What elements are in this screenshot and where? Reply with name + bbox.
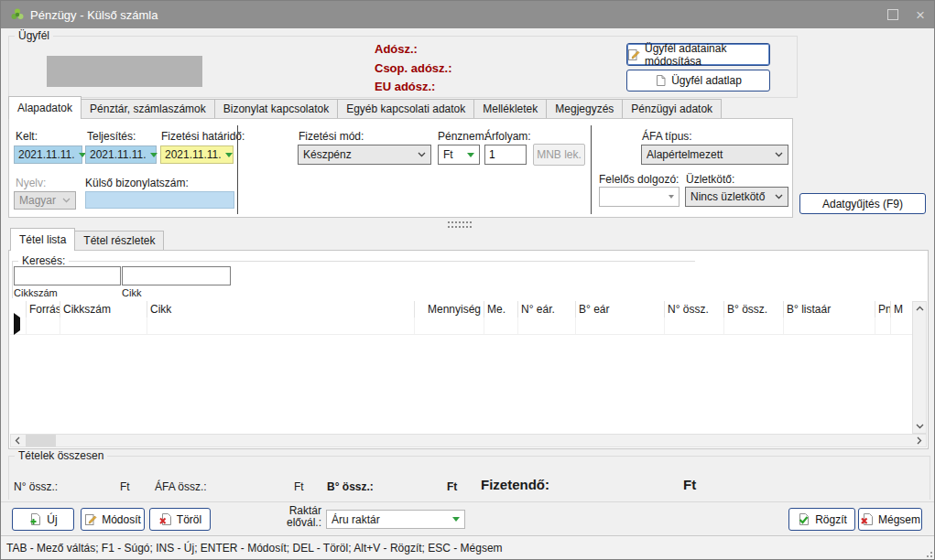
maximize-button[interactable] bbox=[879, 1, 907, 28]
tab-mellekletek[interactable]: Mellékletek bbox=[473, 99, 547, 119]
dropdown-arrow-icon bbox=[225, 153, 233, 157]
chevron-down-icon bbox=[775, 152, 783, 157]
search-group-label: Keresés: bbox=[18, 254, 69, 267]
cancel-document-icon bbox=[860, 512, 874, 526]
chevron-down-icon bbox=[62, 198, 71, 203]
arfolyam-input[interactable] bbox=[484, 145, 527, 165]
nyelv-select: Magyar bbox=[14, 191, 76, 210]
check-document-icon bbox=[797, 512, 810, 526]
app-window: Pénzügy - Külső számla × Ügyfél Adósz.: … bbox=[0, 0, 935, 560]
felelos-dolgozo-field[interactable] bbox=[599, 187, 680, 207]
raktar-eloval-select[interactable]: Áru raktár bbox=[326, 510, 465, 529]
table-row[interactable] bbox=[10, 318, 912, 335]
fizetendo-label: Fizetendő: bbox=[481, 477, 549, 492]
col-header-forras[interactable]: Forrás bbox=[27, 301, 60, 318]
titlebar[interactable]: Pénzügy - Külső számla × bbox=[1, 1, 934, 28]
kulso-bizonylatszam-input[interactable] bbox=[85, 191, 234, 209]
new-item-button[interactable]: Új bbox=[12, 508, 74, 531]
netto-total-currency: Ft bbox=[120, 480, 130, 493]
tab-tetel-reszletek[interactable]: Tétel részletek bbox=[74, 231, 164, 251]
afa-tipus-select[interactable]: Alapértelmezett bbox=[641, 145, 788, 165]
tab-tetel-lista[interactable]: Tétel lista bbox=[10, 228, 75, 251]
save-button[interactable]: Rögzít bbox=[788, 508, 855, 531]
felelos-dolgozo-label: Felelős dolgozó: bbox=[599, 173, 679, 186]
col-header-pn[interactable]: Pn. bbox=[875, 301, 891, 318]
search-cikk-input[interactable] bbox=[122, 266, 231, 285]
customer-edit-button[interactable]: Ügyfél adatainak módosítása bbox=[626, 43, 770, 66]
fizetesi-mod-select[interactable]: Készpénz bbox=[298, 145, 431, 165]
window-title: Pénzügy - Külső számla bbox=[30, 8, 158, 22]
statusbar: TAB - Mező váltás; F1 - Súgó; INS - Új; … bbox=[1, 535, 934, 559]
fizetesi-hatarido-label: Fizetési határidő: bbox=[161, 130, 245, 143]
tab-penzugyi-adatok[interactable]: Pénzügyi adatok bbox=[622, 99, 722, 119]
splitter-handle[interactable] bbox=[448, 221, 472, 230]
teljesites-datepicker[interactable]: 2021.11.11. bbox=[85, 145, 157, 164]
fizetendo-currency: Ft bbox=[683, 477, 696, 492]
fizetesi-mod-label: Fizetési mód: bbox=[299, 130, 364, 143]
col-header-netto-osszeg[interactable]: N° össz. bbox=[665, 301, 724, 318]
tab-bizonylat-kapcsolatok[interactable]: Bizonylat kapcsolatok bbox=[214, 99, 338, 119]
mnb-lekeres-button: MNB lek. bbox=[533, 144, 585, 166]
app-icon bbox=[10, 7, 25, 22]
tab-penztar-szamlaszamok[interactable]: Pénztár, számlaszámok bbox=[81, 99, 215, 119]
col-header-netto-egysegar[interactable]: N° eár. bbox=[518, 301, 576, 318]
kelt-label: Kelt: bbox=[16, 130, 38, 143]
col-header-brutto-osszeg[interactable]: B° össz. bbox=[724, 301, 784, 318]
afa-total-currency: Ft bbox=[294, 480, 304, 493]
tab-egyeb-kapcsolati-adatok[interactable]: Egyéb kapcsolati adatok bbox=[337, 99, 474, 119]
netto-total-label: N° össz.: bbox=[14, 480, 58, 493]
dropdown-arrow-icon bbox=[669, 195, 674, 199]
tax-number-label: Adósz.: bbox=[375, 42, 418, 56]
edit-pencil-icon bbox=[84, 513, 97, 526]
chevron-down-icon bbox=[775, 194, 783, 199]
col-header-me[interactable]: Me. bbox=[484, 301, 518, 318]
close-button[interactable]: × bbox=[907, 1, 934, 28]
customer-edit-label: Ügyfél adatainak módosítása bbox=[645, 42, 769, 68]
uzletkoto-select[interactable]: Nincs üzletkötő bbox=[685, 187, 788, 207]
search-cikkszam-input[interactable] bbox=[14, 266, 121, 285]
col-header-brutto-egysegar[interactable]: B° eár bbox=[576, 301, 665, 318]
scroll-right-icon[interactable] bbox=[912, 434, 927, 447]
item-tabstrip: Tétel lista Tétel részletek bbox=[10, 232, 163, 251]
col-header-cikk[interactable]: Cikk bbox=[147, 301, 415, 318]
modify-item-button[interactable]: Módosít bbox=[81, 508, 145, 531]
document-icon bbox=[655, 74, 667, 87]
brutto-total-currency: Ft bbox=[447, 480, 457, 493]
horizontal-scrollbar[interactable] bbox=[10, 434, 927, 447]
customer-datasheet-button[interactable]: Ügyfél adatlap bbox=[626, 70, 770, 92]
kelt-datepicker[interactable]: 2021.11.11. bbox=[14, 145, 82, 164]
chevron-down-icon bbox=[418, 152, 426, 157]
resize-grip[interactable] bbox=[923, 548, 932, 557]
customer-group-label: Ügyfél bbox=[15, 29, 53, 42]
tab-alapadatok[interactable]: Alapadatok bbox=[8, 96, 82, 119]
delete-item-button[interactable]: Töröl bbox=[149, 508, 211, 531]
current-row-indicator-icon bbox=[14, 313, 20, 335]
dropdown-arrow-icon bbox=[150, 153, 158, 157]
tab-megjegyzes[interactable]: Megjegyzés bbox=[546, 99, 623, 119]
cancel-button[interactable]: Mégsem bbox=[858, 508, 922, 531]
customer-name-redacted bbox=[47, 56, 202, 87]
edit-pencil-icon bbox=[627, 48, 640, 61]
afa-total-label: ÁFA össz.: bbox=[155, 480, 207, 493]
penznem-select[interactable]: Ft bbox=[438, 145, 480, 165]
uzletkoto-label: Üzletkötő: bbox=[686, 173, 734, 186]
col-header-m[interactable]: M bbox=[891, 301, 908, 318]
afa-tipus-label: ÁFA típus: bbox=[642, 130, 692, 143]
kulso-bizonylatszam-label: Külső bizonylatszám: bbox=[85, 177, 189, 189]
adatgyujtes-button[interactable]: Adatgyűjtés (F9) bbox=[799, 193, 926, 214]
col-header-brutto-listaar[interactable]: B° listaár bbox=[784, 301, 875, 318]
raktar-eloval-label: Raktár elővál.: bbox=[276, 505, 321, 529]
vertical-scrollbar[interactable] bbox=[912, 301, 927, 434]
scroll-up-icon[interactable] bbox=[912, 301, 927, 316]
dropdown-arrow-icon bbox=[467, 153, 474, 157]
brutto-total-label: B° össz.: bbox=[327, 480, 374, 493]
eu-tax-number-label: EU adósz.: bbox=[375, 80, 435, 93]
col-header-cikkszam[interactable]: Cikkszám bbox=[60, 301, 147, 318]
scroll-left-icon[interactable] bbox=[10, 434, 25, 447]
nyelv-label: Nyelv: bbox=[16, 177, 46, 189]
main-tabstrip: Alapadatok Pénztár, számlaszámok Bizonyl… bbox=[8, 100, 721, 119]
col-header-mennyiseg[interactable]: Mennyiség bbox=[415, 301, 484, 318]
scrollbar-thumb[interactable] bbox=[26, 435, 56, 447]
fizetesi-hatarido-datepicker[interactable]: 2021.11.11. bbox=[160, 145, 234, 164]
scroll-down-icon[interactable] bbox=[912, 419, 927, 434]
